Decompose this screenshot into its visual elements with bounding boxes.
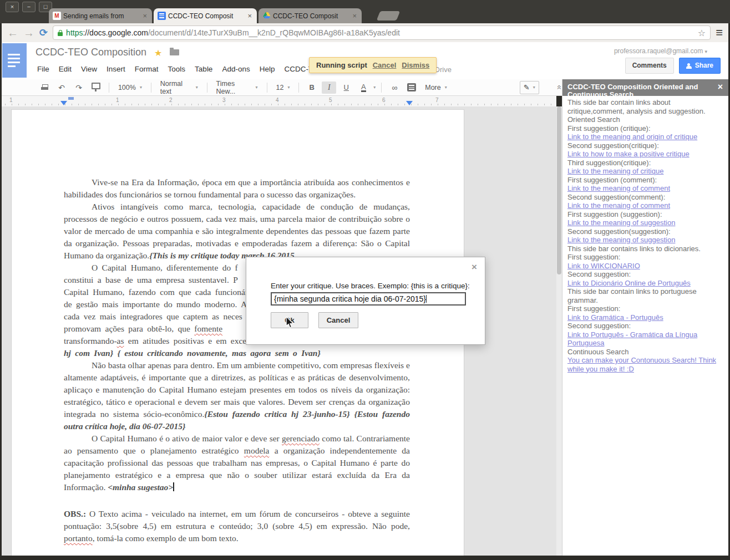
italic-button[interactable]: I — [322, 82, 336, 94]
menu-file[interactable]: File — [37, 65, 49, 73]
browser-tab[interactable]: MSending emails from× — [49, 8, 152, 23]
ruler-tick — [524, 104, 525, 105]
menu-edit[interactable]: Edit — [59, 65, 72, 73]
menu-view[interactable]: View — [81, 65, 97, 73]
ruler-tick — [351, 104, 352, 105]
move-to-folder-icon[interactable] — [170, 49, 179, 55]
font-select[interactable]: Times New...▾ — [213, 82, 261, 94]
more-button[interactable]: More▾ — [422, 82, 450, 94]
browser-menu-icon[interactable]: ≡ — [716, 27, 723, 38]
docs-logo-icon[interactable] — [2, 43, 27, 78]
bookmark-star-icon[interactable]: ☆ — [698, 28, 706, 38]
menu-format[interactable]: Format — [135, 65, 159, 73]
bold-button[interactable]: B — [305, 82, 319, 94]
vertical-scrollbar[interactable] — [556, 106, 562, 556]
paragraph-style-select[interactable]: Normal text▾ — [157, 82, 201, 94]
sidebar-link[interactable]: Link to the meaning of suggestion — [567, 218, 724, 227]
notification-label: Running script — [316, 61, 367, 69]
sidebar-link[interactable]: Link to the meaning and origin of critiq… — [567, 133, 724, 141]
editing-mode-button[interactable]: ✎▾ — [520, 81, 539, 94]
forward-icon[interactable]: → — [23, 27, 34, 39]
redo-button[interactable]: ↷ — [72, 82, 86, 94]
sidebar-text: First suggestion (suggestion): — [567, 210, 724, 219]
url-path: /document/d/14teJTurX9uBm__k2nD_rQBqwMOI… — [148, 28, 694, 37]
browser-chrome: × − □ MSending emails from×CCDC-TEO Comp… — [0, 0, 730, 23]
sidebar-link[interactable]: Link to Gramática - Português — [567, 313, 724, 322]
document-title[interactable]: CCDC-TEO Composition — [36, 47, 146, 58]
left-indent-marker[interactable] — [60, 101, 67, 105]
ruler-tick — [258, 104, 258, 105]
notification-cancel-link[interactable]: Cancel — [373, 61, 397, 69]
comments-button[interactable]: Comments — [625, 58, 674, 74]
paragraph: O Capital Humano é o ativo de maior valo… — [64, 432, 410, 493]
alignment-button[interactable] — [404, 82, 419, 94]
sidebar-link[interactable]: Link to the meaning of suggestion — [567, 236, 724, 245]
ruler-tick — [451, 104, 452, 105]
first-line-indent-marker[interactable] — [68, 97, 74, 100]
paragraph: Não basta olhar apenas para dentro. Em u… — [64, 359, 410, 432]
sidebar-link[interactable]: Link to Dicionário Online de Português — [567, 279, 724, 288]
ruler-tick — [265, 104, 265, 105]
gmail-favicon: M — [53, 12, 61, 20]
back-icon[interactable]: ← — [7, 27, 18, 39]
ruler-tick — [32, 104, 32, 105]
paragraph: Ativos intangíveis como marca, tecnologi… — [64, 201, 410, 262]
sidebar-close-icon[interactable]: × — [718, 82, 723, 92]
sidebar-link[interactable]: Link to the menaing of comment — [567, 201, 724, 210]
caret-down-icon: ▾ — [196, 85, 198, 90]
new-tab-button[interactable] — [377, 11, 401, 21]
font-size-select[interactable]: 12▾ — [272, 82, 293, 94]
ruler-tick — [391, 104, 392, 105]
print-button[interactable] — [37, 82, 52, 94]
sidebar-text: Second suggestion: — [567, 270, 724, 279]
paint-format-button[interactable] — [89, 82, 103, 94]
tab-close-icon[interactable]: × — [141, 12, 148, 20]
browser-tab[interactable]: CCDC-TEO Composit× — [258, 8, 362, 23]
ruler-tick — [25, 104, 26, 105]
reload-icon[interactable]: ⟳ — [39, 27, 48, 39]
tab-close-icon[interactable]: × — [351, 12, 358, 20]
scrollbar-thumb[interactable] — [557, 106, 561, 274]
right-indent-marker[interactable] — [406, 101, 413, 105]
undo-button[interactable]: ↶ — [54, 82, 69, 94]
sidebar-link[interactable]: Link to the meaning of comment — [567, 184, 724, 193]
dialog-close-icon[interactable]: × — [472, 262, 477, 273]
insert-link-button[interactable]: ∞ — [387, 82, 402, 94]
text-cursor — [426, 295, 427, 303]
ruler-tick — [311, 104, 312, 105]
menu-tools[interactable]: Tools — [168, 65, 186, 73]
menu-help[interactable]: Help — [260, 65, 275, 73]
zoom-select[interactable]: 100%▾ — [115, 82, 145, 94]
notification-dismiss-link[interactable]: Dismiss — [402, 61, 429, 69]
star-document-icon[interactable]: ★ — [154, 48, 162, 58]
critique-input[interactable]: {minha segunda critica hoje dia 06-07-20… — [271, 292, 466, 306]
ruler-tick — [404, 104, 405, 105]
url-input[interactable]: https ://docs.google.com /document/d/14t… — [53, 26, 711, 40]
tab-close-icon[interactable]: × — [246, 12, 253, 20]
ruler-tick — [151, 104, 152, 105]
window-minimize-button[interactable]: − — [22, 2, 36, 12]
ruler-tick — [231, 104, 232, 105]
tab-title: CCDC-TEO Composit — [168, 12, 244, 20]
browser-tab[interactable]: CCDC-TEO Composit× — [154, 8, 257, 23]
menu-table[interactable]: Table — [195, 65, 212, 73]
cancel-button[interactable]: Cancel — [318, 312, 358, 328]
sidebar-text: First suggestion: — [567, 304, 724, 313]
sidebar-link[interactable]: You can make your Contonuous Search! Thi… — [567, 356, 724, 373]
sidebar-link[interactable]: Link to how to make a positive critique — [567, 150, 724, 159]
menu-insert[interactable]: Insert — [107, 65, 125, 73]
account-email[interactable]: professora.raquel@gmail.com ▾ — [614, 47, 707, 55]
sidebar-link[interactable]: Link to the meaning of critique — [567, 167, 724, 176]
underline-button[interactable]: U — [339, 82, 353, 94]
sidebar-text: This side bar contain links about critiq… — [567, 98, 724, 115]
sidebar-link[interactable]: Link to WIKCIONARIO — [567, 262, 724, 271]
text-color-button[interactable]: A — [356, 82, 371, 94]
sidebar-link[interactable]: Link to Português - Gramática da Língua … — [567, 330, 724, 348]
share-button[interactable]: Share — [679, 58, 721, 74]
print-icon — [41, 84, 48, 90]
window-close-button[interactable]: × — [6, 2, 19, 12]
ruler-tick — [484, 104, 485, 105]
ruler-tick — [65, 104, 65, 105]
menu-add-ons[interactable]: Add-ons — [222, 65, 250, 73]
paragraph: OBS.: O Texto acima - veiculado na inter… — [64, 508, 410, 544]
